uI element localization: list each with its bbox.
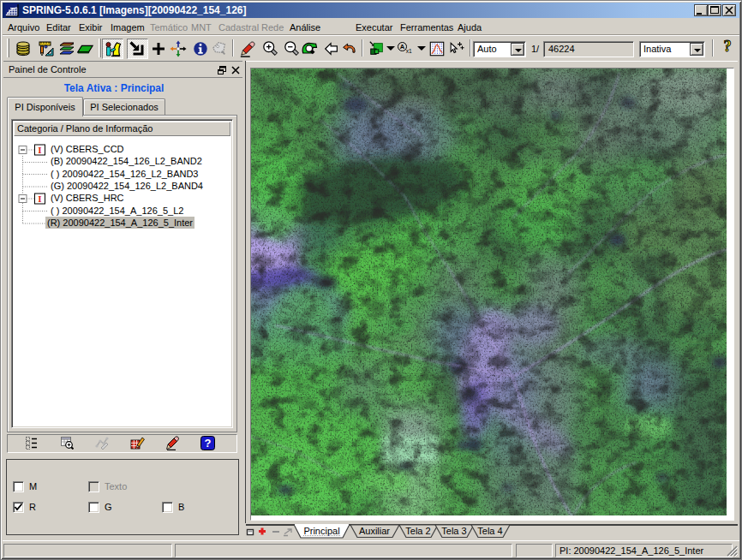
svg-text:Tela 3: Tela 3	[441, 526, 466, 536]
svg-text:A: A	[400, 43, 405, 51]
svg-text:?: ?	[723, 38, 731, 55]
svg-text:I: I	[38, 194, 41, 204]
svg-text:Principal: Principal	[303, 526, 339, 536]
svg-text:Tela 2: Tela 2	[405, 526, 430, 536]
svg-text:Auxiliar: Auxiliar	[359, 526, 390, 536]
svg-text:Tela 4: Tela 4	[477, 526, 502, 536]
svg-text:?: ?	[205, 437, 212, 450]
svg-text:x1: x1	[406, 48, 412, 54]
svg-text:I: I	[38, 145, 41, 155]
